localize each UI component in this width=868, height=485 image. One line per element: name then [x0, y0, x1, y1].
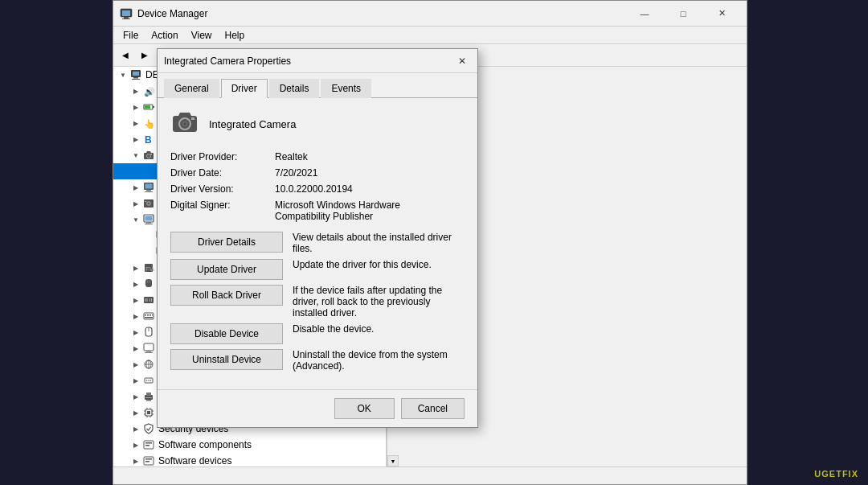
properties-dialog: Integrated Camera Properties ✕ General D…	[157, 48, 478, 428]
svg-rect-32	[150, 154, 152, 155]
menu-view[interactable]: View	[185, 28, 219, 43]
minimize-button[interactable]: —	[626, 1, 663, 27]
svg-rect-26	[145, 105, 150, 109]
svg-point-104	[184, 123, 186, 125]
expand-mice[interactable]: ▶	[129, 326, 142, 339]
date-label: Driver Date:	[170, 167, 275, 179]
expand-sw-devices[interactable]: ▶	[129, 454, 142, 467]
expand-computer[interactable]: ▶	[129, 181, 142, 194]
svg-rect-1	[122, 10, 130, 16]
dialog-footer: OK Cancel	[158, 389, 477, 427]
svg-rect-39	[145, 191, 153, 192]
expand-hid[interactable]: ▶	[129, 277, 142, 290]
expand-sw-components[interactable]: ▶	[129, 438, 142, 451]
audio-icon: 🔊	[142, 84, 155, 97]
menu-help[interactable]: Help	[219, 28, 252, 43]
cancel-button[interactable]: Cancel	[401, 398, 465, 419]
update-driver-desc: Update the driver for this device.	[293, 259, 465, 270]
scroll-down[interactable]: ▼	[387, 455, 399, 467]
ok-button[interactable]: OK	[334, 398, 395, 419]
print-icon	[142, 390, 155, 403]
svg-rect-37	[145, 184, 153, 189]
svg-rect-46	[146, 222, 151, 224]
svg-rect-69	[144, 343, 154, 351]
tab-general[interactable]: General	[164, 79, 219, 98]
svg-rect-70	[146, 351, 151, 352]
sw-components-label: Software components	[158, 439, 252, 450]
disable-desc: Disable the device.	[293, 323, 465, 335]
watermark-suffix: FIX	[842, 469, 858, 479]
svg-rect-20	[133, 72, 139, 76]
roll-back-button[interactable]: Roll Back Driver	[170, 285, 283, 306]
svg-rect-25	[153, 106, 154, 108]
toolbar-back[interactable]: ◀	[117, 47, 134, 64]
driver-details-desc: View details about the installed driver …	[293, 232, 465, 254]
menu-file[interactable]: File	[117, 28, 145, 43]
svg-point-78	[148, 380, 149, 381]
status-bar	[113, 467, 747, 484]
app-icon	[120, 7, 133, 20]
display-icon	[142, 213, 155, 226]
menu-action[interactable]: Action	[145, 28, 184, 43]
expand-ide[interactable]: ▶	[129, 294, 142, 306]
bluetooth-icon: B	[142, 133, 155, 146]
expand-print[interactable]: ▶	[129, 390, 142, 403]
cameras-icon	[142, 149, 155, 162]
expand-firmware[interactable]: ▶	[129, 261, 142, 274]
svg-point-79	[150, 380, 152, 381]
close-button[interactable]: ✕	[703, 1, 740, 27]
update-driver-button[interactable]: Update Driver	[170, 259, 283, 280]
device-icon-large	[170, 109, 199, 138]
maximize-button[interactable]: □	[665, 1, 702, 27]
expand-bluetooth[interactable]: ▶	[129, 133, 142, 146]
svg-text:👆: 👆	[144, 118, 154, 129]
uninstall-device-button[interactable]: Uninstall Device	[170, 349, 283, 370]
driver-details-button[interactable]: Driver Details	[170, 232, 283, 253]
expand-display[interactable]: ▼	[129, 213, 142, 226]
expand-audio[interactable]: ▶	[129, 84, 142, 97]
network-icon	[142, 358, 155, 371]
expand-intel	[142, 245, 155, 258]
toolbar-forward[interactable]: ▶	[136, 47, 154, 64]
expand-security[interactable]: ▶	[129, 422, 142, 435]
svg-rect-63	[147, 314, 149, 316]
svg-rect-58	[145, 298, 148, 302]
svg-text:FW: FW	[145, 265, 154, 273]
dialog-close-button[interactable]: ✕	[453, 52, 471, 70]
expand-batteries[interactable]: ▶	[129, 101, 142, 113]
tab-events[interactable]: Events	[321, 79, 371, 98]
expand-root[interactable]: ▼	[117, 68, 129, 81]
driver-properties: Driver Provider: Realtek Driver Date: 7/…	[170, 151, 465, 222]
expand-disk[interactable]: ▶	[129, 197, 142, 210]
keyboards-icon	[142, 310, 155, 323]
tab-details[interactable]: Details	[269, 79, 320, 98]
watermark: UGETFIX	[814, 469, 858, 479]
svg-rect-81	[146, 393, 151, 396]
watermark-prefix: UGET	[814, 469, 842, 479]
svg-text:B: B	[145, 134, 152, 145]
tree-sw-components[interactable]: ▶ Software components	[113, 437, 386, 453]
svg-rect-43	[145, 201, 146, 202]
expand-keyboards[interactable]: ▶	[129, 310, 142, 323]
expand-cameras[interactable]: ▼	[129, 149, 142, 162]
svg-text:🔊: 🔊	[144, 86, 154, 97]
svg-rect-21	[133, 77, 138, 79]
expand-monitors[interactable]: ▶	[129, 342, 142, 355]
svg-rect-66	[145, 317, 153, 319]
expand-ports[interactable]: ▶	[129, 374, 142, 387]
expand-biometric[interactable]: ▶	[129, 117, 142, 129]
svg-point-42	[148, 203, 149, 204]
svg-rect-22	[132, 79, 140, 80]
svg-point-77	[146, 380, 148, 381]
tree-sw-devices[interactable]: ▶ Software devices	[113, 453, 386, 467]
signer-value: Microsoft Windows Hardware Compatibility…	[275, 199, 452, 222]
tab-driver[interactable]: Driver	[221, 79, 268, 98]
expand-processors[interactable]: ▶	[129, 406, 142, 419]
svg-rect-2	[124, 17, 129, 18]
svg-rect-62	[145, 314, 146, 316]
disable-device-button[interactable]: Disable Device	[170, 323, 283, 344]
expand-network[interactable]: ▶	[129, 358, 142, 371]
svg-rect-64	[149, 314, 151, 316]
biometric-icon: 👆	[142, 117, 155, 129]
roll-back-desc: If the device fails after updating the d…	[293, 285, 465, 319]
